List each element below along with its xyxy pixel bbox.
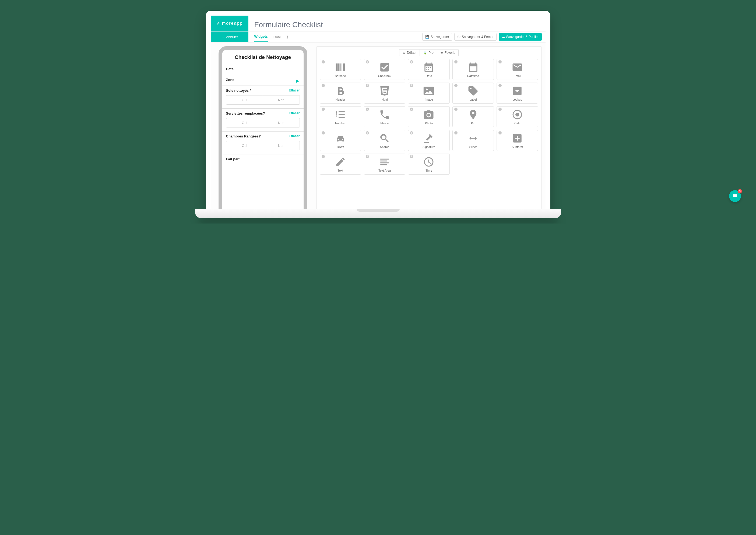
- brand-logo: moreapp: [211, 15, 248, 31]
- form-title: Checklist de Nettoyage: [222, 52, 304, 64]
- option-no[interactable]: Non: [263, 118, 300, 127]
- widget-textarea[interactable]: iText Area: [364, 154, 405, 175]
- category-default[interactable]: ⚙Défaut: [399, 49, 420, 56]
- info-icon: i: [454, 108, 457, 111]
- info-icon: i: [454, 84, 457, 87]
- dropdown-icon: [498, 84, 537, 98]
- calendar-blank-icon: [454, 61, 492, 74]
- widget-barcode[interactable]: iBarcode: [320, 59, 361, 80]
- clear-button[interactable]: Effacer: [289, 89, 300, 92]
- power-icon: ⏻: [457, 35, 460, 39]
- widget-photo[interactable]: iPhoto: [408, 106, 450, 127]
- edit-icon: [321, 155, 360, 168]
- info-icon: i: [322, 155, 325, 158]
- info-icon: i: [366, 108, 369, 111]
- field-chambres: Chambres Rangées? Effacer Oui Non: [222, 131, 304, 154]
- save-button[interactable]: 💾 Sauvegarder: [422, 33, 452, 41]
- option-yes[interactable]: Oui: [226, 96, 263, 104]
- widget-signature[interactable]: iSignature: [408, 130, 450, 151]
- widget-header[interactable]: iHeader: [320, 83, 361, 103]
- widget-label[interactable]: iLabel: [452, 83, 494, 103]
- widget-lookup[interactable]: iLookup: [497, 83, 538, 103]
- info-icon: i: [322, 84, 325, 87]
- widget-number[interactable]: iNumber: [320, 106, 361, 127]
- header: moreapp Formulaire Checklist: [211, 15, 545, 31]
- search-icon: [365, 132, 404, 145]
- field-serviettes: Serviettes remplacées? Effacer Oui Non: [222, 108, 304, 131]
- info-icon: i: [498, 60, 502, 64]
- radio-icon: [498, 108, 537, 121]
- phone-icon: [365, 108, 404, 121]
- info-icon: i: [454, 131, 457, 134]
- info-icon: i: [498, 108, 502, 111]
- widget-image[interactable]: iImage: [408, 83, 450, 103]
- info-icon: i: [366, 155, 369, 158]
- widget-checkbox[interactable]: iCheckbox: [364, 59, 405, 80]
- save-icon: 💾: [425, 35, 429, 39]
- car-icon: [321, 132, 360, 145]
- widget-subform[interactable]: iSubform: [497, 130, 538, 151]
- camera-icon: [409, 108, 448, 121]
- option-yes[interactable]: Oui: [226, 118, 263, 127]
- tab-email[interactable]: Email: [273, 32, 281, 42]
- widget-datetime[interactable]: iDatetime: [452, 59, 494, 80]
- map-pin-icon: [454, 108, 492, 121]
- option-no[interactable]: Non: [263, 141, 300, 150]
- back-button[interactable]: ← Annuler: [211, 32, 248, 42]
- calendar-icon: [409, 61, 448, 74]
- field-date[interactable]: Date: [222, 64, 304, 75]
- option-yes[interactable]: Oui: [226, 141, 263, 150]
- category-pro[interactable]: 🍃Pro: [420, 49, 437, 56]
- save-publish-button[interactable]: ☁ Sauvegarder & Publier: [499, 33, 542, 41]
- clear-button[interactable]: Effacer: [289, 111, 300, 115]
- cloud-upload-icon: ☁: [502, 35, 505, 39]
- clear-button[interactable]: Effacer: [289, 134, 300, 138]
- toolbar: ← Annuler Widgets Email ❯ 💾 Sauvegarder …: [211, 31, 545, 42]
- chat-badge: 3: [738, 189, 742, 193]
- widget-phone[interactable]: iPhone: [364, 106, 405, 127]
- back-label: Annuler: [226, 35, 238, 39]
- category-favorites[interactable]: ★Favoris: [437, 49, 459, 56]
- widget-email[interactable]: iEmail: [497, 59, 538, 80]
- arrow-left-icon: ←: [221, 35, 224, 39]
- widget-rdw[interactable]: iRDW: [320, 130, 361, 151]
- plus-square-icon: [498, 132, 537, 145]
- field-zone[interactable]: Zone ▶: [222, 75, 304, 86]
- chat-icon: [732, 193, 738, 199]
- form-preview: Checklist de Nettoyage Date Zone ▶ Sols …: [218, 46, 307, 209]
- numbered-list-icon: [321, 108, 360, 121]
- save-close-button[interactable]: ⏻ Sauvegarder & Femer: [454, 33, 497, 41]
- widget-radio[interactable]: iRadio: [497, 106, 538, 127]
- html5-icon: [365, 84, 404, 98]
- tag-icon: [454, 84, 492, 98]
- widget-grid: iBarcode iCheckbox iDate iDatetime iEmai…: [320, 59, 538, 175]
- widget-text[interactable]: iText: [320, 154, 361, 175]
- dashboard-icon: ⚙: [403, 51, 406, 55]
- widget-pin[interactable]: iPin: [452, 106, 494, 127]
- tab-widgets[interactable]: Widgets: [254, 32, 268, 42]
- field-sols: Sols nettoyés * Effacer Oui Non: [222, 86, 304, 108]
- widget-slider[interactable]: iSlider: [452, 130, 494, 151]
- info-icon: i: [454, 60, 457, 64]
- image-icon: [409, 84, 448, 98]
- option-no[interactable]: Non: [263, 96, 300, 104]
- leaf-icon: 🍃: [423, 51, 427, 55]
- laptop-base: [195, 209, 561, 218]
- widget-html[interactable]: iHtml: [364, 83, 405, 103]
- caret-right-icon: ▶: [296, 78, 299, 83]
- chevron-right-icon: ❯: [286, 35, 289, 39]
- main-content: Checklist de Nettoyage Date Zone ▶ Sols …: [211, 42, 545, 209]
- chat-button[interactable]: 3: [729, 190, 741, 202]
- widget-date[interactable]: iDate: [408, 59, 450, 80]
- arrows-h-icon: [454, 132, 492, 145]
- info-icon: i: [366, 131, 369, 134]
- widget-time[interactable]: iTime: [408, 154, 450, 175]
- star-icon: ★: [440, 51, 443, 55]
- field-fait-par[interactable]: Fait par:: [222, 154, 304, 165]
- widget-search[interactable]: iSearch: [364, 130, 405, 151]
- info-icon: i: [366, 60, 369, 64]
- checkbox-icon: [365, 61, 404, 74]
- clock-icon: [409, 155, 448, 168]
- info-icon: i: [322, 131, 325, 134]
- info-icon: i: [366, 84, 369, 87]
